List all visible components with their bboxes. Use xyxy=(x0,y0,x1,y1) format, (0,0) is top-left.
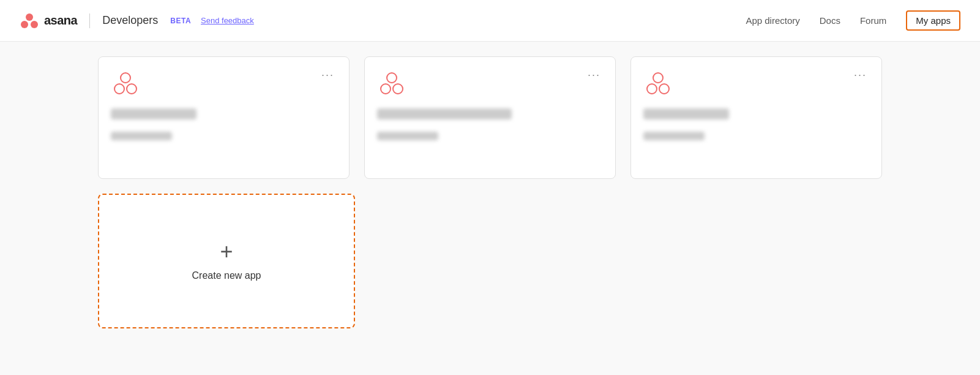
app-icon-3 xyxy=(643,69,673,99)
svg-point-1 xyxy=(21,21,28,28)
app-card-2-name xyxy=(377,108,512,119)
create-new-app-label: Create new app xyxy=(192,270,261,281)
app-icon-2 xyxy=(377,69,406,99)
app-card-2[interactable]: ··· xyxy=(364,56,616,179)
nav-app-directory[interactable]: App directory xyxy=(746,13,799,28)
svg-point-3 xyxy=(121,73,130,83)
send-feedback-link[interactable]: Send feedback xyxy=(201,16,254,25)
app-card-3-header: ··· xyxy=(643,69,869,99)
app-card-2-status xyxy=(377,132,438,140)
asana-logo: asana xyxy=(20,11,77,31)
svg-point-2 xyxy=(31,21,38,28)
app-card-3[interactable]: ··· xyxy=(630,56,882,179)
app-icon-1 xyxy=(111,69,140,99)
logo-text: asana xyxy=(44,13,77,28)
app-card-2-more-btn[interactable]: ··· xyxy=(585,69,603,80)
svg-point-10 xyxy=(647,84,657,94)
app-card-2-header: ··· xyxy=(377,69,603,99)
header: asana Developers BETA Send feedback App … xyxy=(0,0,980,42)
nav-docs[interactable]: Docs xyxy=(820,13,840,28)
nav-my-apps[interactable]: My apps xyxy=(906,10,960,31)
svg-point-8 xyxy=(393,84,403,94)
app-card-3-status xyxy=(643,132,705,140)
nav-forum[interactable]: Forum xyxy=(860,13,886,28)
beta-badge: BETA xyxy=(170,17,191,25)
svg-point-11 xyxy=(659,84,669,94)
asana-logo-icon xyxy=(20,11,39,31)
create-new-app-card[interactable]: + Create new app xyxy=(98,194,355,328)
header-divider xyxy=(89,13,90,28)
app-card-3-more-btn[interactable]: ··· xyxy=(851,69,869,80)
svg-point-0 xyxy=(26,13,33,21)
app-card-3-name xyxy=(643,108,729,119)
developers-label: Developers xyxy=(102,14,158,27)
svg-point-6 xyxy=(387,73,397,83)
app-card-1-status xyxy=(111,132,172,140)
app-cards-row: ··· ··· xyxy=(98,56,882,179)
svg-point-5 xyxy=(127,84,137,94)
create-plus-icon: + xyxy=(220,241,233,263)
header-left: asana Developers BETA Send feedback xyxy=(20,11,254,31)
app-card-1-name xyxy=(111,108,196,119)
app-card-1[interactable]: ··· xyxy=(98,56,350,179)
app-card-1-header: ··· xyxy=(111,69,337,99)
main-nav: App directory Docs Forum My apps xyxy=(746,10,960,31)
svg-point-7 xyxy=(381,84,391,94)
svg-point-4 xyxy=(114,84,124,94)
svg-point-9 xyxy=(653,73,663,83)
app-card-1-more-btn[interactable]: ··· xyxy=(319,69,337,80)
main-content: ··· ··· xyxy=(0,42,980,375)
